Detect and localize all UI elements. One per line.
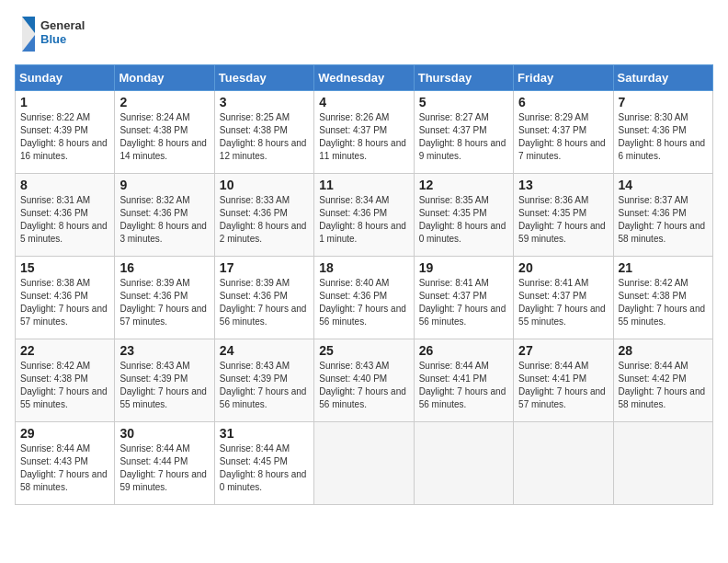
day-info: Sunrise: 8:33 AM Sunset: 4:36 PM Dayligh… <box>220 194 309 246</box>
day-number: 16 <box>119 260 209 275</box>
day-number: 12 <box>419 178 508 192</box>
day-info: Sunrise: 8:29 AM Sunset: 4:37 PM Dayligh… <box>518 111 608 163</box>
day-number: 22 <box>20 343 109 358</box>
day-number: 3 <box>220 95 309 109</box>
weekday-header-thursday: Thursday <box>414 65 513 91</box>
day-info: Sunrise: 8:39 AM Sunset: 4:36 PM Dayligh… <box>220 277 309 328</box>
calendar-cell: 25 Sunrise: 8:43 AM Sunset: 4:40 PM Dayl… <box>314 339 414 422</box>
day-number: 6 <box>518 95 608 109</box>
day-info: Sunrise: 8:40 AM Sunset: 4:36 PM Dayligh… <box>319 277 408 328</box>
calendar-cell: 28 Sunrise: 8:44 AM Sunset: 4:42 PM Dayl… <box>613 339 712 422</box>
day-info: Sunrise: 8:42 AM Sunset: 4:38 PM Dayligh… <box>20 360 109 411</box>
calendar-cell: 29 Sunrise: 8:44 AM Sunset: 4:43 PM Dayl… <box>16 422 115 505</box>
calendar-cell: 26 Sunrise: 8:44 AM Sunset: 4:41 PM Dayl… <box>414 339 513 422</box>
calendar-cell: 24 Sunrise: 8:43 AM Sunset: 4:39 PM Dayl… <box>214 339 313 422</box>
calendar-cell <box>414 422 513 505</box>
day-number: 26 <box>419 343 508 358</box>
day-info: Sunrise: 8:26 AM Sunset: 4:37 PM Dayligh… <box>319 111 408 163</box>
calendar-cell: 10 Sunrise: 8:33 AM Sunset: 4:36 PM Dayl… <box>214 174 313 257</box>
day-info: Sunrise: 8:38 AM Sunset: 4:36 PM Dayligh… <box>20 277 109 328</box>
calendar-cell: 31 Sunrise: 8:44 AM Sunset: 4:45 PM Dayl… <box>214 422 313 505</box>
day-info: Sunrise: 8:42 AM Sunset: 4:38 PM Dayligh… <box>619 277 708 328</box>
day-number: 8 <box>20 178 109 192</box>
calendar-cell: 7 Sunrise: 8:30 AM Sunset: 4:36 PM Dayli… <box>613 91 712 174</box>
day-number: 31 <box>220 426 309 441</box>
weekday-header-monday: Monday <box>115 65 214 91</box>
svg-text:General: General <box>40 18 85 32</box>
calendar-cell: 14 Sunrise: 8:37 AM Sunset: 4:36 PM Dayl… <box>613 174 712 257</box>
calendar-week-4: 22 Sunrise: 8:42 AM Sunset: 4:38 PM Dayl… <box>16 339 713 422</box>
day-number: 5 <box>419 95 508 109</box>
calendar-cell: 27 Sunrise: 8:44 AM Sunset: 4:41 PM Dayl… <box>514 339 613 422</box>
calendar-cell: 17 Sunrise: 8:39 AM Sunset: 4:36 PM Dayl… <box>214 257 313 339</box>
calendar-cell <box>514 422 613 505</box>
calendar-cell <box>314 422 414 505</box>
calendar-cell: 16 Sunrise: 8:39 AM Sunset: 4:36 PM Dayl… <box>115 257 214 339</box>
weekday-header-saturday: Saturday <box>613 65 712 91</box>
day-number: 14 <box>619 178 708 192</box>
day-number: 1 <box>20 95 109 109</box>
weekday-header-wednesday: Wednesday <box>314 65 414 91</box>
calendar-cell: 22 Sunrise: 8:42 AM Sunset: 4:38 PM Dayl… <box>16 339 115 422</box>
day-number: 24 <box>220 343 309 358</box>
day-number: 19 <box>419 260 508 275</box>
day-info: Sunrise: 8:43 AM Sunset: 4:39 PM Dayligh… <box>119 360 209 411</box>
day-info: Sunrise: 8:44 AM Sunset: 4:44 PM Dayligh… <box>119 442 209 494</box>
day-info: Sunrise: 8:39 AM Sunset: 4:36 PM Dayligh… <box>119 277 209 328</box>
day-info: Sunrise: 8:37 AM Sunset: 4:36 PM Dayligh… <box>619 194 708 246</box>
day-number: 10 <box>220 178 309 192</box>
day-number: 9 <box>119 178 209 192</box>
calendar-week-2: 8 Sunrise: 8:31 AM Sunset: 4:36 PM Dayli… <box>16 174 713 257</box>
day-info: Sunrise: 8:44 AM Sunset: 4:41 PM Dayligh… <box>518 360 608 411</box>
calendar-cell: 13 Sunrise: 8:36 AM Sunset: 4:35 PM Dayl… <box>514 174 613 257</box>
weekday-header-friday: Friday <box>514 65 613 91</box>
day-number: 13 <box>518 178 608 192</box>
day-number: 28 <box>619 343 708 358</box>
calendar-cell: 19 Sunrise: 8:41 AM Sunset: 4:37 PM Dayl… <box>414 257 513 339</box>
day-info: Sunrise: 8:22 AM Sunset: 4:39 PM Dayligh… <box>20 111 109 163</box>
weekday-header-sunday: Sunday <box>16 65 115 91</box>
calendar-cell: 21 Sunrise: 8:42 AM Sunset: 4:38 PM Dayl… <box>613 257 712 339</box>
day-info: Sunrise: 8:25 AM Sunset: 4:38 PM Dayligh… <box>220 111 309 163</box>
calendar-week-3: 15 Sunrise: 8:38 AM Sunset: 4:36 PM Dayl… <box>16 257 713 339</box>
day-number: 20 <box>518 260 608 275</box>
calendar-cell: 6 Sunrise: 8:29 AM Sunset: 4:37 PM Dayli… <box>514 91 613 174</box>
day-info: Sunrise: 8:44 AM Sunset: 4:43 PM Dayligh… <box>20 442 109 494</box>
calendar-cell: 15 Sunrise: 8:38 AM Sunset: 4:36 PM Dayl… <box>16 257 115 339</box>
weekday-header-row: SundayMondayTuesdayWednesdayThursdayFrid… <box>16 65 713 91</box>
calendar-cell: 2 Sunrise: 8:24 AM Sunset: 4:38 PM Dayli… <box>115 91 214 174</box>
calendar-week-5: 29 Sunrise: 8:44 AM Sunset: 4:43 PM Dayl… <box>16 422 713 505</box>
calendar-table: SundayMondayTuesdayWednesdayThursdayFrid… <box>15 64 713 505</box>
day-info: Sunrise: 8:32 AM Sunset: 4:36 PM Dayligh… <box>119 194 209 246</box>
calendar-cell: 4 Sunrise: 8:26 AM Sunset: 4:37 PM Dayli… <box>314 91 414 174</box>
day-number: 27 <box>518 343 608 358</box>
calendar-cell: 12 Sunrise: 8:35 AM Sunset: 4:35 PM Dayl… <box>414 174 513 257</box>
day-info: Sunrise: 8:31 AM Sunset: 4:36 PM Dayligh… <box>20 194 109 246</box>
day-number: 18 <box>319 260 408 275</box>
day-number: 23 <box>119 343 209 358</box>
day-info: Sunrise: 8:41 AM Sunset: 4:37 PM Dayligh… <box>419 277 508 328</box>
day-info: Sunrise: 8:44 AM Sunset: 4:45 PM Dayligh… <box>220 442 309 494</box>
logo: General Blue <box>15 15 97 53</box>
calendar-cell: 20 Sunrise: 8:41 AM Sunset: 4:37 PM Dayl… <box>514 257 613 339</box>
day-info: Sunrise: 8:27 AM Sunset: 4:37 PM Dayligh… <box>419 111 508 163</box>
day-info: Sunrise: 8:36 AM Sunset: 4:35 PM Dayligh… <box>518 194 608 246</box>
calendar-cell: 23 Sunrise: 8:43 AM Sunset: 4:39 PM Dayl… <box>115 339 214 422</box>
day-number: 25 <box>319 343 408 358</box>
day-info: Sunrise: 8:30 AM Sunset: 4:36 PM Dayligh… <box>619 111 708 163</box>
calendar-cell: 9 Sunrise: 8:32 AM Sunset: 4:36 PM Dayli… <box>115 174 214 257</box>
calendar-cell: 8 Sunrise: 8:31 AM Sunset: 4:36 PM Dayli… <box>16 174 115 257</box>
logo-svg: General Blue <box>15 15 97 53</box>
day-info: Sunrise: 8:34 AM Sunset: 4:36 PM Dayligh… <box>319 194 408 246</box>
calendar-cell: 11 Sunrise: 8:34 AM Sunset: 4:36 PM Dayl… <box>314 174 414 257</box>
weekday-header-tuesday: Tuesday <box>214 65 313 91</box>
day-number: 7 <box>619 95 708 109</box>
day-number: 29 <box>20 426 109 441</box>
day-number: 21 <box>619 260 708 275</box>
day-number: 30 <box>119 426 209 441</box>
calendar-week-1: 1 Sunrise: 8:22 AM Sunset: 4:39 PM Dayli… <box>16 91 713 174</box>
day-info: Sunrise: 8:43 AM Sunset: 4:40 PM Dayligh… <box>319 360 408 411</box>
day-number: 15 <box>20 260 109 275</box>
page-header: General Blue <box>15 15 713 53</box>
day-info: Sunrise: 8:44 AM Sunset: 4:42 PM Dayligh… <box>619 360 708 411</box>
